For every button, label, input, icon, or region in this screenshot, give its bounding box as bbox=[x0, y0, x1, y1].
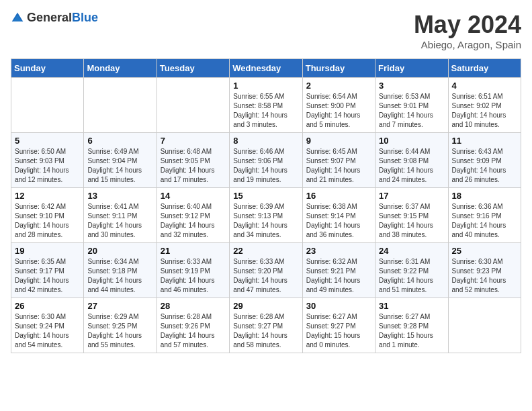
day-info: Sunrise: 6:28 AM Sunset: 9:26 PM Dayligh… bbox=[161, 312, 226, 350]
day-info: Sunrise: 6:31 AM Sunset: 9:22 PM Dayligh… bbox=[379, 257, 444, 295]
day-info: Sunrise: 6:36 AM Sunset: 9:16 PM Dayligh… bbox=[452, 202, 517, 240]
day-number: 1 bbox=[233, 81, 298, 91]
day-number: 15 bbox=[233, 191, 298, 201]
day-info: Sunrise: 6:46 AM Sunset: 9:06 PM Dayligh… bbox=[233, 147, 298, 185]
calendar-day-cell: 26Sunrise: 6:30 AM Sunset: 9:24 PM Dayli… bbox=[11, 298, 84, 353]
calendar-day-cell: 14Sunrise: 6:40 AM Sunset: 9:12 PM Dayli… bbox=[157, 188, 229, 243]
day-number: 21 bbox=[161, 246, 226, 256]
calendar-day-cell: 27Sunrise: 6:29 AM Sunset: 9:25 PM Dayli… bbox=[84, 298, 157, 353]
calendar-day-cell: 10Sunrise: 6:44 AM Sunset: 9:08 PM Dayli… bbox=[375, 133, 448, 188]
calendar-day-cell: 3Sunrise: 6:53 AM Sunset: 9:01 PM Daylig… bbox=[375, 78, 448, 133]
day-info: Sunrise: 6:30 AM Sunset: 9:23 PM Dayligh… bbox=[452, 257, 517, 295]
calendar-day-cell: 1Sunrise: 6:55 AM Sunset: 8:58 PM Daylig… bbox=[230, 78, 302, 133]
day-number: 16 bbox=[306, 191, 371, 201]
weekday-header: Sunday bbox=[11, 59, 84, 78]
day-info: Sunrise: 6:40 AM Sunset: 9:12 PM Dayligh… bbox=[161, 202, 226, 240]
calendar-day-cell bbox=[448, 298, 521, 353]
calendar-day-cell: 6Sunrise: 6:49 AM Sunset: 9:04 PM Daylig… bbox=[84, 133, 157, 188]
logo-icon bbox=[11, 11, 24, 25]
calendar-day-cell: 16Sunrise: 6:38 AM Sunset: 9:14 PM Dayli… bbox=[302, 188, 375, 243]
day-info: Sunrise: 6:30 AM Sunset: 9:24 PM Dayligh… bbox=[15, 312, 80, 350]
day-number: 6 bbox=[87, 136, 152, 146]
weekday-header: Tuesday bbox=[157, 59, 229, 78]
calendar-week-row: 19Sunrise: 6:35 AM Sunset: 9:17 PM Dayli… bbox=[11, 243, 521, 298]
day-number: 9 bbox=[306, 136, 371, 146]
calendar-day-cell: 19Sunrise: 6:35 AM Sunset: 9:17 PM Dayli… bbox=[11, 243, 84, 298]
day-number: 12 bbox=[15, 191, 80, 201]
calendar-day-cell: 5Sunrise: 6:50 AM Sunset: 9:03 PM Daylig… bbox=[11, 133, 84, 188]
day-info: Sunrise: 6:34 AM Sunset: 9:18 PM Dayligh… bbox=[87, 257, 152, 295]
calendar-day-cell: 4Sunrise: 6:51 AM Sunset: 9:02 PM Daylig… bbox=[448, 78, 521, 133]
weekday-header: Saturday bbox=[448, 59, 521, 78]
weekday-header: Friday bbox=[375, 59, 448, 78]
calendar-day-cell: 18Sunrise: 6:36 AM Sunset: 9:16 PM Dayli… bbox=[448, 188, 521, 243]
calendar-day-cell: 7Sunrise: 6:48 AM Sunset: 9:05 PM Daylig… bbox=[157, 133, 229, 188]
calendar-day-cell: 28Sunrise: 6:28 AM Sunset: 9:26 PM Dayli… bbox=[157, 298, 229, 353]
day-number: 3 bbox=[379, 81, 444, 91]
calendar-day-cell: 17Sunrise: 6:37 AM Sunset: 9:15 PM Dayli… bbox=[375, 188, 448, 243]
calendar-day-cell: 15Sunrise: 6:39 AM Sunset: 9:13 PM Dayli… bbox=[230, 188, 302, 243]
day-info: Sunrise: 6:39 AM Sunset: 9:13 PM Dayligh… bbox=[233, 202, 298, 240]
day-info: Sunrise: 6:28 AM Sunset: 9:27 PM Dayligh… bbox=[233, 312, 298, 350]
weekday-header: Wednesday bbox=[230, 59, 302, 78]
calendar-day-cell: 2Sunrise: 6:54 AM Sunset: 9:00 PM Daylig… bbox=[302, 78, 375, 133]
day-info: Sunrise: 6:33 AM Sunset: 9:19 PM Dayligh… bbox=[161, 257, 226, 295]
calendar-week-row: 1Sunrise: 6:55 AM Sunset: 8:58 PM Daylig… bbox=[11, 78, 521, 133]
day-info: Sunrise: 6:33 AM Sunset: 9:20 PM Dayligh… bbox=[233, 257, 298, 295]
calendar-day-cell bbox=[157, 78, 229, 133]
calendar-day-cell bbox=[84, 78, 157, 133]
day-info: Sunrise: 6:42 AM Sunset: 9:10 PM Dayligh… bbox=[15, 202, 80, 240]
calendar-week-row: 5Sunrise: 6:50 AM Sunset: 9:03 PM Daylig… bbox=[11, 133, 521, 188]
day-number: 5 bbox=[15, 136, 80, 146]
day-number: 28 bbox=[161, 301, 226, 311]
day-number: 10 bbox=[379, 136, 444, 146]
day-number: 26 bbox=[15, 301, 80, 311]
calendar-day-cell: 12Sunrise: 6:42 AM Sunset: 9:10 PM Dayli… bbox=[11, 188, 84, 243]
day-number: 20 bbox=[87, 246, 152, 256]
day-info: Sunrise: 6:51 AM Sunset: 9:02 PM Dayligh… bbox=[452, 92, 517, 130]
logo-text-general: General bbox=[27, 11, 72, 24]
calendar-day-cell: 21Sunrise: 6:33 AM Sunset: 9:19 PM Dayli… bbox=[157, 243, 229, 298]
calendar-table: SundayMondayTuesdayWednesdayThursdayFrid… bbox=[11, 58, 521, 353]
logo-text-blue: Blue bbox=[72, 11, 98, 24]
day-number: 24 bbox=[379, 246, 444, 256]
month-title: May 2024 bbox=[414, 11, 521, 39]
page-header: GeneralBlue May 2024 Abiego, Aragon, Spa… bbox=[11, 11, 521, 50]
logo: GeneralBlue bbox=[11, 11, 98, 25]
day-number: 27 bbox=[87, 301, 152, 311]
calendar-day-cell: 25Sunrise: 6:30 AM Sunset: 9:23 PM Dayli… bbox=[448, 243, 521, 298]
day-info: Sunrise: 6:27 AM Sunset: 9:27 PM Dayligh… bbox=[306, 312, 371, 350]
day-info: Sunrise: 6:41 AM Sunset: 9:11 PM Dayligh… bbox=[87, 202, 152, 240]
calendar-day-cell: 20Sunrise: 6:34 AM Sunset: 9:18 PM Dayli… bbox=[84, 243, 157, 298]
day-number: 11 bbox=[452, 136, 517, 146]
day-info: Sunrise: 6:54 AM Sunset: 9:00 PM Dayligh… bbox=[306, 92, 371, 130]
weekday-header: Monday bbox=[84, 59, 157, 78]
location-title: Abiego, Aragon, Spain bbox=[414, 39, 521, 50]
title-area: May 2024 Abiego, Aragon, Spain bbox=[414, 11, 521, 50]
day-info: Sunrise: 6:44 AM Sunset: 9:08 PM Dayligh… bbox=[379, 147, 444, 185]
calendar-day-cell: 11Sunrise: 6:43 AM Sunset: 9:09 PM Dayli… bbox=[448, 133, 521, 188]
calendar-week-row: 12Sunrise: 6:42 AM Sunset: 9:10 PM Dayli… bbox=[11, 188, 521, 243]
calendar-day-cell bbox=[11, 78, 84, 133]
day-number: 13 bbox=[87, 191, 152, 201]
calendar-day-cell: 24Sunrise: 6:31 AM Sunset: 9:22 PM Dayli… bbox=[375, 243, 448, 298]
day-info: Sunrise: 6:45 AM Sunset: 9:07 PM Dayligh… bbox=[306, 147, 371, 185]
calendar-day-cell: 30Sunrise: 6:27 AM Sunset: 9:27 PM Dayli… bbox=[302, 298, 375, 353]
calendar-day-cell: 13Sunrise: 6:41 AM Sunset: 9:11 PM Dayli… bbox=[84, 188, 157, 243]
calendar-day-cell: 31Sunrise: 6:27 AM Sunset: 9:28 PM Dayli… bbox=[375, 298, 448, 353]
day-number: 7 bbox=[161, 136, 226, 146]
day-info: Sunrise: 6:48 AM Sunset: 9:05 PM Dayligh… bbox=[161, 147, 226, 185]
day-number: 19 bbox=[15, 246, 80, 256]
day-info: Sunrise: 6:43 AM Sunset: 9:09 PM Dayligh… bbox=[452, 147, 517, 185]
calendar-day-cell: 22Sunrise: 6:33 AM Sunset: 9:20 PM Dayli… bbox=[230, 243, 302, 298]
day-info: Sunrise: 6:53 AM Sunset: 9:01 PM Dayligh… bbox=[379, 92, 444, 130]
day-number: 14 bbox=[161, 191, 226, 201]
day-info: Sunrise: 6:38 AM Sunset: 9:14 PM Dayligh… bbox=[306, 202, 371, 240]
day-number: 17 bbox=[379, 191, 444, 201]
day-number: 30 bbox=[306, 301, 371, 311]
day-info: Sunrise: 6:35 AM Sunset: 9:17 PM Dayligh… bbox=[15, 257, 80, 295]
day-info: Sunrise: 6:49 AM Sunset: 9:04 PM Dayligh… bbox=[87, 147, 152, 185]
day-number: 29 bbox=[233, 301, 298, 311]
weekday-header-row: SundayMondayTuesdayWednesdayThursdayFrid… bbox=[11, 59, 521, 78]
day-number: 18 bbox=[452, 191, 517, 201]
